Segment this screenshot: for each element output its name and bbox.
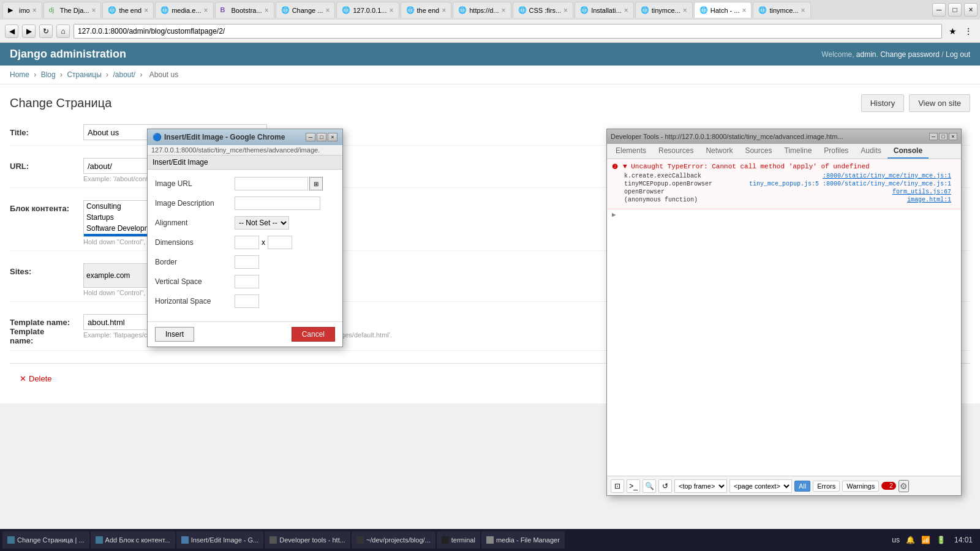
devtools-panel: Developer Tools - http://127.0.0.1:8000/…: [606, 129, 962, 496]
tab-hatch[interactable]: 🌐 Hatch - ... ×: [694, 2, 752, 18]
breadcrumb-pages[interactable]: Страницы: [67, 70, 101, 79]
url-bar[interactable]: [74, 24, 942, 39]
tab-close[interactable]: ×: [389, 6, 393, 15]
alignment-select[interactable]: -- Not Set -- Left Right Top Middle Bott…: [235, 216, 289, 230]
frame-select[interactable]: <top frame>: [674, 479, 727, 493]
tab-close[interactable]: ×: [265, 6, 269, 15]
cancel-button[interactable]: Cancel: [292, 327, 335, 342]
tab-imo[interactable]: ▶ imo ×: [2, 2, 42, 18]
refresh-btn[interactable]: ↻: [39, 24, 53, 38]
minimize-btn[interactable]: ─: [932, 3, 946, 17]
devtools-minimize-btn[interactable]: ─: [929, 133, 938, 140]
bookmark-btn[interactable]: ★: [946, 24, 959, 38]
image-url-input[interactable]: [235, 177, 308, 190]
tab-close[interactable]: ×: [91, 6, 96, 15]
tab-close[interactable]: ×: [624, 6, 628, 15]
devtools-tab-profiles[interactable]: Profiles: [818, 144, 854, 159]
tab-tinymce2[interactable]: 🌐 tinymce... ×: [753, 2, 810, 18]
view-on-site-button[interactable]: View on site: [909, 94, 970, 112]
breadcrumb-about[interactable]: /about/: [113, 70, 135, 79]
taskbar-btn-terminal[interactable]: terminal: [437, 531, 480, 549]
devtools-restore-btn[interactable]: □: [939, 133, 948, 140]
context-select[interactable]: <page context>: [729, 479, 792, 493]
devtools-tab-network[interactable]: Network: [699, 144, 739, 159]
tab-bootstrap[interactable]: B Bootstra... ×: [215, 2, 274, 18]
devtools-tab-timeline[interactable]: Timeline: [778, 144, 818, 159]
tab-close[interactable]: ×: [325, 6, 330, 15]
tab-close[interactable]: ×: [203, 6, 208, 15]
border-input[interactable]: [235, 255, 259, 269]
dialog-tab[interactable]: Insert/Edit Image: [148, 156, 342, 170]
sites-select[interactable]: example.com: [83, 263, 157, 288]
stack-file[interactable]: form_utils.js:67: [892, 189, 951, 195]
tab-the-end-1[interactable]: 🌐 the end ×: [102, 2, 154, 18]
vspace-input[interactable]: [235, 275, 259, 288]
stack-item-2: tinyMCEPopup.openBrowser tiny_mce_popup.…: [624, 180, 951, 188]
stack-file[interactable]: image.html:1: [907, 197, 951, 203]
change-password-link[interactable]: Change password: [880, 50, 940, 59]
taskbar-btn-devtools[interactable]: Developer tools - htt...: [265, 531, 350, 549]
history-button[interactable]: History: [861, 94, 904, 112]
taskbar-btn-change[interactable]: Change Страница | ...: [2, 531, 89, 549]
maximize-btn[interactable]: □: [948, 3, 962, 17]
tab-close[interactable]: ×: [502, 6, 506, 15]
taskbar-btn-insert[interactable]: Insert/Edit Image - G...: [176, 531, 264, 549]
taskbar-btn-media[interactable]: media - File Manager: [481, 531, 565, 549]
taskbar-btn-add[interactable]: Add Блок с контент...: [91, 531, 175, 549]
devtools-tab-console[interactable]: Console: [888, 144, 929, 159]
tab-media[interactable]: 🌐 media.e... ×: [155, 2, 213, 18]
browse-image-btn[interactable]: ⊞: [309, 177, 323, 190]
height-input[interactable]: [268, 236, 292, 249]
devtools-tab-elements[interactable]: Elements: [609, 144, 652, 159]
devtools-tab-audits[interactable]: Audits: [854, 144, 887, 159]
devtools-console-btn[interactable]: >_: [627, 479, 640, 493]
tab-close[interactable]: ×: [683, 6, 687, 15]
tab-the-end-2[interactable]: 🌐 the end ×: [401, 2, 452, 18]
width-input[interactable]: [235, 236, 259, 249]
stack-file[interactable]: tiny_mce_popup.js:5 :8000/static/tiny_mc…: [749, 181, 951, 187]
devtools-settings-btn[interactable]: ⚙: [899, 480, 909, 492]
log-out-link[interactable]: Log out: [946, 50, 970, 59]
home-btn[interactable]: ⌂: [56, 24, 70, 38]
dialog-close-btn[interactable]: ×: [328, 133, 337, 141]
devtools-tab-resources[interactable]: Resources: [652, 144, 699, 159]
devtools-search-btn[interactable]: 🔍: [643, 479, 656, 493]
devtools-close-btn[interactable]: ×: [949, 133, 957, 140]
tab-label: Hatch - ...: [710, 7, 740, 14]
tab-tinymce1[interactable]: 🌐 tinymce... ×: [635, 2, 693, 18]
tab-close[interactable]: ×: [442, 6, 446, 15]
dialog-minimize-btn[interactable]: ─: [306, 133, 315, 141]
tab-https[interactable]: 🌐 https://d... ×: [453, 2, 511, 18]
breadcrumb-home[interactable]: Home: [10, 70, 29, 79]
tab-close[interactable]: ×: [144, 6, 148, 15]
breadcrumb-blog[interactable]: Blog: [41, 70, 56, 79]
delete-button[interactable]: ✕ Delete: [20, 374, 52, 383]
dialog-restore-btn[interactable]: □: [317, 133, 326, 141]
taskbar-btn-dev[interactable]: ~/dev/projects/blog/...: [352, 531, 435, 549]
tab-change[interactable]: 🌐 Change ... ×: [276, 2, 336, 18]
tab-close[interactable]: ×: [564, 6, 568, 15]
tab-127[interactable]: 🌐 127.0.0.1... ×: [336, 2, 399, 18]
username-link[interactable]: admin: [856, 50, 876, 59]
image-desc-input[interactable]: [235, 197, 320, 210]
stack-file[interactable]: :8000/static/tiny_mce/tiny_mce.js:1: [823, 173, 951, 179]
tab-css[interactable]: 🌐 CSS :firs... ×: [513, 2, 574, 18]
hspace-input[interactable]: [235, 294, 259, 308]
devtools-inspect-btn[interactable]: ⊡: [611, 479, 624, 493]
expand-arrow[interactable]: ▶: [607, 209, 961, 220]
tab-close[interactable]: ×: [742, 6, 746, 15]
tab-dj[interactable]: dj The Dja... ×: [43, 2, 102, 18]
tab-install[interactable]: 🌐 Installati... ×: [575, 2, 634, 18]
all-filter-btn[interactable]: All: [794, 481, 810, 492]
devtools-refresh-btn[interactable]: ↺: [658, 479, 672, 493]
close-btn[interactable]: ×: [964, 3, 978, 17]
settings-icon[interactable]: ⋮: [962, 24, 975, 38]
errors-filter-btn[interactable]: Errors: [813, 481, 840, 492]
insert-button[interactable]: Insert: [155, 327, 194, 342]
tab-close[interactable]: ×: [32, 6, 37, 15]
forward-btn[interactable]: ▶: [22, 24, 36, 38]
devtools-tab-sources[interactable]: Sources: [739, 144, 778, 159]
warnings-filter-btn[interactable]: Warnings: [842, 481, 879, 492]
back-btn[interactable]: ◀: [5, 24, 18, 38]
tab-close[interactable]: ×: [801, 6, 805, 15]
